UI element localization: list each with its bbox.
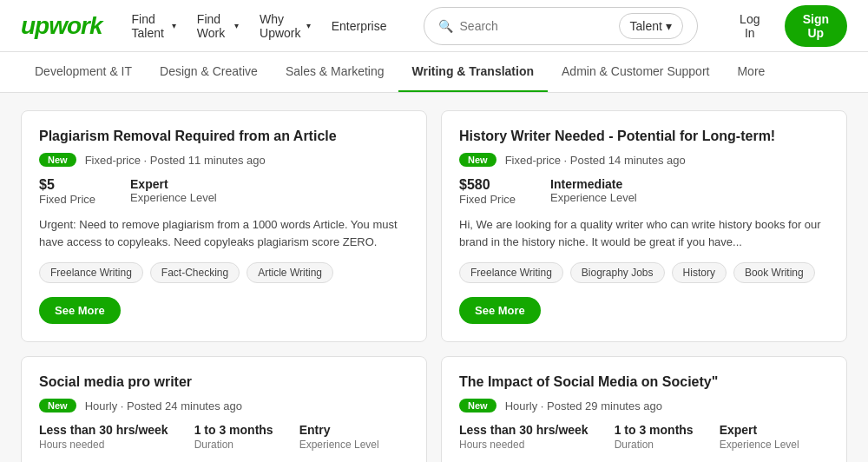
job-card-1: History Writer Needed - Potential for Lo… xyxy=(441,110,847,342)
card-pricing-1: $580 Fixed Price Intermediate Experience… xyxy=(459,177,829,206)
subnav-sales[interactable]: Sales & Marketing xyxy=(272,52,398,92)
subnav-design[interactable]: Design & Creative xyxy=(146,52,272,92)
subnav-more[interactable]: More xyxy=(723,52,779,92)
price-value-1: $580 xyxy=(459,177,516,193)
job-cards-grid: Plagiarism Removal Required from an Arti… xyxy=(21,110,847,462)
card-meta-0: Fixed-price · Posted 11 minutes ago xyxy=(85,154,266,167)
job-card-3: The Impact of Social Media on Society" N… xyxy=(441,356,847,462)
chevron-down-icon: ▾ xyxy=(172,21,176,30)
nav-why-upwork[interactable]: Why Upwork ▾ xyxy=(251,7,319,45)
card-header-3: New Hourly · Posted 29 minutes ago xyxy=(459,399,829,412)
job-title-2: Social media pro writer xyxy=(39,374,409,390)
exp-block-3: Expert Experience Level xyxy=(720,423,799,451)
exp-block-1: Intermediate Experience Level xyxy=(550,177,637,206)
nav-enterprise[interactable]: Enterprise xyxy=(323,14,396,38)
job-title-1: History Writer Needed - Potential for Lo… xyxy=(459,129,829,144)
hours-label-2: Hours needed xyxy=(39,439,168,451)
duration-block-3: 1 to 3 months Duration xyxy=(615,423,694,451)
exp-label-1: Experience Level xyxy=(550,191,637,204)
card-hours-3: Less than 30 hrs/week Hours needed 1 to … xyxy=(459,423,829,451)
nav-find-work[interactable]: Find Work ▾ xyxy=(188,7,247,45)
main-nav: Find Talent ▾ Find Work ▾ Why Upwork ▾ E… xyxy=(123,7,396,45)
badge-new-3: New xyxy=(459,399,496,412)
price-label-0: Fixed Price xyxy=(39,193,95,206)
exp-block-0: Expert Experience Level xyxy=(130,177,217,206)
hours-value-2: Less than 30 hrs/week xyxy=(39,423,168,437)
login-button[interactable]: Log In xyxy=(726,5,774,47)
exp-value-0: Expert xyxy=(130,177,217,191)
price-block-1: $580 Fixed Price xyxy=(459,177,516,206)
card-tags-0: Freelance Writing Fact-Checking Article … xyxy=(39,262,409,283)
search-input[interactable] xyxy=(460,19,612,33)
subnav: Development & IT Design & Creative Sales… xyxy=(0,52,868,93)
see-more-button-0[interactable]: See More xyxy=(39,297,121,324)
job-card-2: Social media pro writer New Hourly · Pos… xyxy=(21,356,427,462)
price-block-0: $5 Fixed Price xyxy=(39,177,95,206)
upwork-logo[interactable]: upwork xyxy=(21,12,102,40)
hours-block-3: Less than 30 hrs/week Hours needed xyxy=(459,423,589,451)
badge-new-1: New xyxy=(459,153,496,167)
hours-block-2: Less than 30 hrs/week Hours needed xyxy=(39,423,168,451)
card-desc-0: Urgent: Need to remove plagiarism from a… xyxy=(39,216,409,250)
badge-new-0: New xyxy=(39,153,76,167)
job-title-0: Plagiarism Removal Required from an Arti… xyxy=(39,129,409,144)
price-label-1: Fixed Price xyxy=(459,193,516,206)
exp-label-0: Experience Level xyxy=(130,191,217,204)
tag-0-2[interactable]: Article Writing xyxy=(247,262,333,283)
card-header-0: New Fixed-price · Posted 11 minutes ago xyxy=(39,153,409,167)
talent-dropdown[interactable]: Talent ▾ xyxy=(619,13,683,39)
hours-value-3: Less than 30 hrs/week xyxy=(459,423,589,437)
card-meta-3: Hourly · Posted 29 minutes ago xyxy=(505,399,662,412)
duration-label-2: Duration xyxy=(194,439,273,451)
exp-label-3: Experience Level xyxy=(720,439,799,451)
price-value-0: $5 xyxy=(39,177,95,193)
main-content: Plagiarism Removal Required from an Arti… xyxy=(0,93,868,462)
tag-0-1[interactable]: Fact-Checking xyxy=(150,262,240,283)
duration-label-3: Duration xyxy=(615,439,694,451)
hours-label-3: Hours needed xyxy=(459,439,589,451)
card-header-1: New Fixed-price · Posted 14 minutes ago xyxy=(459,153,829,167)
tag-0-0[interactable]: Freelance Writing xyxy=(39,262,143,283)
subnav-admin[interactable]: Admin & Customer Support xyxy=(548,52,723,92)
chevron-down-icon: ▾ xyxy=(306,21,311,30)
exp-block-2: Entry Experience Level xyxy=(299,423,379,451)
exp-value-2: Entry xyxy=(299,423,379,437)
signup-button[interactable]: Sign Up xyxy=(785,5,847,47)
card-header-2: New Hourly · Posted 24 minutes ago xyxy=(39,399,409,412)
duration-block-2: 1 to 3 months Duration xyxy=(194,423,273,451)
duration-value-3: 1 to 3 months xyxy=(615,423,694,437)
exp-value-1: Intermediate xyxy=(550,177,637,191)
search-bar[interactable]: 🔍 Talent ▾ xyxy=(424,7,698,45)
tag-1-2[interactable]: History xyxy=(672,262,727,283)
nav-find-talent[interactable]: Find Talent ▾ xyxy=(123,7,185,45)
card-pricing-0: $5 Fixed Price Expert Experience Level xyxy=(39,177,409,206)
tag-1-1[interactable]: Biography Jobs xyxy=(570,262,665,283)
see-more-button-1[interactable]: See More xyxy=(459,297,541,324)
badge-new-2: New xyxy=(39,399,76,412)
card-meta-1: Fixed-price · Posted 14 minutes ago xyxy=(505,154,686,167)
tag-1-3[interactable]: Book Writing xyxy=(733,262,815,283)
card-tags-1: Freelance Writing Biography Jobs History… xyxy=(459,262,829,283)
search-icon: 🔍 xyxy=(438,19,453,33)
card-desc-1: Hi, We are looking for a quality writer … xyxy=(459,216,829,250)
job-title-3: The Impact of Social Media on Society" xyxy=(459,374,829,390)
duration-value-2: 1 to 3 months xyxy=(194,423,273,437)
header: upwork Find Talent ▾ Find Work ▾ Why Upw… xyxy=(0,0,868,52)
subnav-writing[interactable]: Writing & Translation xyxy=(398,52,549,92)
subnav-development[interactable]: Development & IT xyxy=(21,52,146,92)
tag-1-0[interactable]: Freelance Writing xyxy=(459,262,563,283)
header-actions: Log In Sign Up xyxy=(726,5,847,47)
card-hours-2: Less than 30 hrs/week Hours needed 1 to … xyxy=(39,423,409,451)
card-meta-2: Hourly · Posted 24 minutes ago xyxy=(85,399,242,412)
exp-value-3: Expert xyxy=(720,423,799,437)
exp-label-2: Experience Level xyxy=(299,439,379,451)
chevron-down-icon: ▾ xyxy=(666,19,672,33)
job-card-0: Plagiarism Removal Required from an Arti… xyxy=(21,110,427,342)
chevron-down-icon: ▾ xyxy=(234,21,239,30)
